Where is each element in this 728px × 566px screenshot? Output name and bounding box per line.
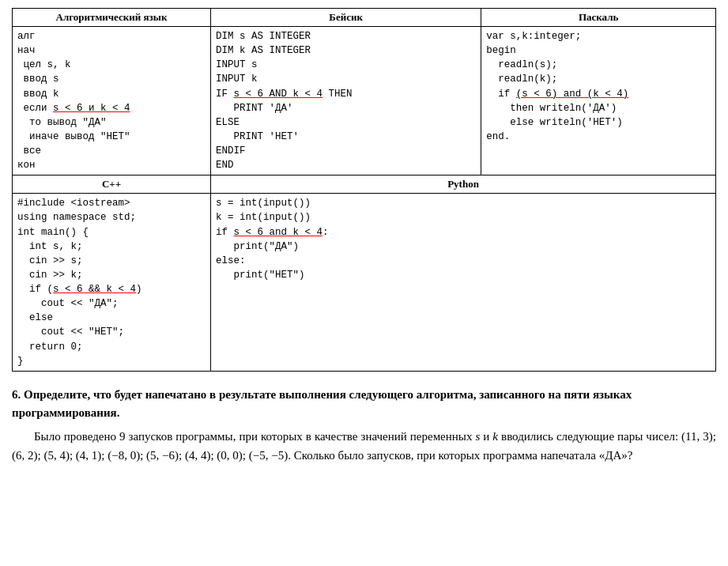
cpp-condition: s < 6 && k < 4 [53, 284, 136, 295]
basic-code-cell: DIM s AS INTEGER DIM k AS INTEGER INPUT … [211, 27, 481, 175]
python-code: s = int(input()) k = int(input()) if s <… [216, 196, 711, 282]
header-algo: Алгоритмический язык [13, 9, 211, 27]
python-condition: s < 6 and k < 4 [234, 227, 323, 238]
task-title-line: 6. Определите, что будет напечатано в ре… [12, 386, 716, 423]
pascal-condition: (s < 6) and (k < 4) [516, 89, 629, 100]
algo-code: алг нач цел s, k ввод s ввод k если s < … [17, 29, 206, 172]
task-number: 6. [12, 388, 21, 401]
task-section: 6. Определите, что будет напечатано в ре… [12, 386, 716, 466]
basic-code: DIM s AS INTEGER DIM k AS INTEGER INPUT … [216, 29, 476, 172]
python-code-cell: s = int(input()) k = int(input()) if s <… [211, 194, 716, 372]
task-body: Было проведено 9 запусков программы, при… [12, 427, 716, 465]
header-basic: Бейсик [211, 9, 481, 27]
header-pascal: Паскаль [481, 9, 716, 27]
algo-code-cell: алг нач цел s, k ввод s ввод k если s < … [13, 27, 211, 175]
algo-condition: s < 6 и k < 4 [53, 103, 130, 114]
cpp-code-cell: #include <iostream> using namespace std;… [13, 194, 211, 372]
cpp-code: #include <iostream> using namespace std;… [17, 196, 206, 368]
task-title: Определите, что будет напечатано в резул… [12, 388, 632, 419]
header-python: Python [211, 175, 716, 194]
pascal-code: var s,k:integer; begin readln(s); readln… [486, 29, 711, 144]
pascal-code-cell: var s,k:integer; begin readln(s); readln… [481, 27, 716, 175]
code-comparison-table: Алгоритмический язык Бейсик Паскаль алг … [12, 8, 716, 372]
header-cpp: C++ [13, 175, 211, 194]
basic-condition: s < 6 AND k < 4 [234, 89, 323, 100]
